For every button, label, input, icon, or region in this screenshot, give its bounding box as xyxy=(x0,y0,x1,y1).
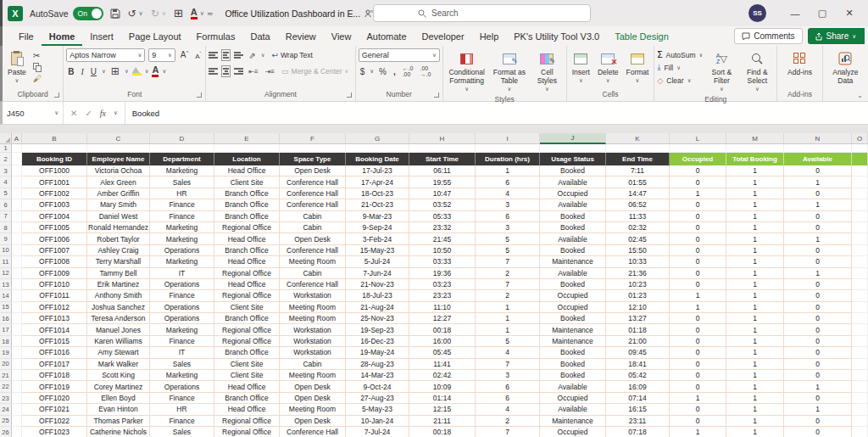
table-header-occupied[interactable]: Occupied xyxy=(670,153,726,165)
row-header-23[interactable]: 23 xyxy=(0,393,12,404)
align-right-icon[interactable] xyxy=(234,66,243,76)
wrap-text-button[interactable]: ↩ Wrap Text xyxy=(271,48,313,62)
table-cell[interactable]: 0 xyxy=(784,256,852,267)
table-cell[interactable]: Client Site xyxy=(214,176,280,188)
table-cell[interactable]: 1 xyxy=(670,290,726,301)
table-cell[interactable]: OFF1012 xyxy=(22,302,87,313)
italic-button[interactable]: I xyxy=(80,67,86,76)
table-cell[interactable]: 0 xyxy=(670,268,726,279)
table-cell[interactable]: 1 xyxy=(726,199,784,210)
table-cell[interactable]: 19:55 xyxy=(409,176,476,188)
table-cell[interactable]: Branch Office xyxy=(214,245,280,256)
table-header-start-time[interactable]: Start Time xyxy=(409,153,476,165)
restore-button[interactable]: ▢ xyxy=(810,3,834,24)
table-cell[interactable]: Anthony Smith xyxy=(87,290,150,301)
table-cell[interactable]: 0 xyxy=(784,302,852,313)
comments-button[interactable]: Comments xyxy=(734,28,802,44)
table-cell[interactable]: Occupied xyxy=(540,427,606,437)
table-cell[interactable]: 6 xyxy=(476,381,540,392)
row-header-4[interactable]: 4 xyxy=(0,176,12,188)
table-cell[interactable]: 2 xyxy=(476,416,540,427)
table-cell[interactable]: Conference Hall xyxy=(280,176,346,188)
increase-indent-icon[interactable]: ⇥≡ xyxy=(264,68,276,76)
table-cell[interactable]: 3 xyxy=(476,370,540,381)
table-cell[interactable]: Cabin xyxy=(280,359,346,370)
table-cell[interactable]: OFF1007 xyxy=(22,245,87,256)
table-cell[interactable]: 4 xyxy=(476,188,540,199)
table-cell[interactable]: Maintenance xyxy=(540,416,606,427)
table-cell[interactable]: 0 xyxy=(784,370,852,381)
table-cell[interactable]: 1 xyxy=(784,381,852,392)
font-color-dropdown-icon[interactable]: ∨ xyxy=(200,10,204,17)
table-cell[interactable]: Head Office xyxy=(214,165,280,176)
table-cell[interactable]: Marketing xyxy=(150,370,214,381)
font-dialog-launcher-icon[interactable] xyxy=(197,92,202,98)
table-cell[interactable]: Workstation xyxy=(280,290,346,301)
table-cell[interactable]: 15-May-23 xyxy=(346,245,409,256)
table-cell[interactable]: 03:33 xyxy=(409,256,476,267)
table-cell[interactable]: 21:11 xyxy=(409,416,476,427)
table-cell[interactable]: Branch Office xyxy=(214,211,280,222)
table-cell[interactable]: 10:50 xyxy=(409,245,476,256)
table-cell[interactable]: 07:18 xyxy=(606,427,670,437)
table-cell[interactable]: 0 xyxy=(784,313,852,324)
table-cell[interactable]: Operations xyxy=(150,313,214,324)
table-cell[interactable]: 1 xyxy=(726,404,784,415)
table-cell[interactable]: Open Desk xyxy=(280,416,346,427)
increase-font-icon[interactable]: A^ xyxy=(179,50,191,59)
currency-icon[interactable]: $ xyxy=(359,67,367,76)
table-cell[interactable]: Open Desk xyxy=(280,165,346,176)
cell-empty[interactable] xyxy=(12,279,22,290)
table-cell[interactable]: 1 xyxy=(726,347,784,358)
cell-empty[interactable] xyxy=(852,211,868,222)
cell-empty[interactable] xyxy=(852,347,868,358)
table-cell[interactable]: Marketing xyxy=(150,256,214,267)
table-cell[interactable]: OFF1019 xyxy=(22,381,87,392)
tab-developer[interactable]: Developer xyxy=(415,28,472,46)
table-cell[interactable]: Branch Office xyxy=(214,199,280,210)
table-cell[interactable]: Sales xyxy=(150,427,214,437)
cell-empty[interactable] xyxy=(12,199,22,210)
table-cell[interactable]: 10:23 xyxy=(606,279,670,290)
table-cell[interactable]: Joshua Sanchez xyxy=(87,302,150,313)
column-header-O[interactable]: O xyxy=(852,133,868,144)
cell-empty[interactable] xyxy=(12,268,22,279)
row-header-8[interactable]: 8 xyxy=(0,222,12,233)
cell-empty[interactable] xyxy=(214,144,280,153)
underline-dropdown-icon[interactable]: ∨ xyxy=(102,68,106,75)
table-cell[interactable]: 1 xyxy=(476,302,540,313)
insert-cells-button[interactable]: Insert∨ xyxy=(570,48,593,85)
table-cell[interactable]: Operations xyxy=(150,381,214,392)
table-cell[interactable]: 11:41 xyxy=(409,359,476,370)
table-cell[interactable]: Finance xyxy=(150,393,214,404)
table-cell[interactable]: OFF1013 xyxy=(22,313,87,324)
column-header-E[interactable]: E xyxy=(214,133,280,144)
table-cell[interactable]: 9-Sep-24 xyxy=(346,222,409,233)
cell-empty[interactable] xyxy=(852,370,868,381)
tab-page-layout[interactable]: Page Layout xyxy=(121,28,189,46)
table-cell[interactable]: 17-Apr-24 xyxy=(346,176,409,188)
column-header-J[interactable]: J xyxy=(540,133,606,144)
table-cell[interactable]: OFF1017 xyxy=(22,359,87,370)
table-cell[interactable]: 21:36 xyxy=(606,268,670,279)
table-cell[interactable]: 5 xyxy=(476,336,540,347)
table-cell[interactable]: 0 xyxy=(784,290,852,301)
table-cell[interactable]: Finance xyxy=(150,211,214,222)
table-cell[interactable]: 5 xyxy=(476,233,540,244)
row-header-10[interactable]: 10 xyxy=(0,245,12,256)
table-cell[interactable]: 1 xyxy=(476,324,540,335)
cell-empty[interactable] xyxy=(852,324,868,335)
table-cell[interactable]: 1 xyxy=(726,268,784,279)
table-cell[interactable]: Head Office xyxy=(214,279,280,290)
table-cell[interactable]: 00:18 xyxy=(409,324,476,335)
column-header-L[interactable]: L xyxy=(670,133,726,144)
cell-empty[interactable] xyxy=(852,393,868,404)
row-header-19[interactable]: 19 xyxy=(0,347,12,358)
table-cell[interactable]: 1 xyxy=(726,176,784,188)
table-cell[interactable]: 12:27 xyxy=(409,313,476,324)
row-header-6[interactable]: 6 xyxy=(0,199,12,210)
table-cell[interactable]: 6 xyxy=(476,211,540,222)
row-header-1[interactable]: 1 xyxy=(0,144,12,153)
table-cell[interactable]: 01:23 xyxy=(606,290,670,301)
table-cell[interactable]: OFF1009 xyxy=(22,268,87,279)
